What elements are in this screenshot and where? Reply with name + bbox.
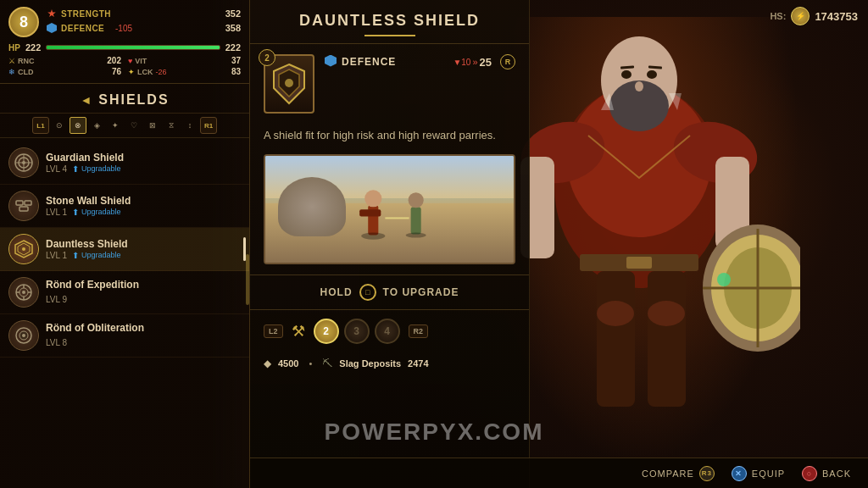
r3-label: R3	[702, 469, 712, 477]
rond-obliteration-icon	[8, 320, 39, 351]
cost-value-2: 2474	[408, 358, 428, 369]
tab-icon-8[interactable]: ↕	[181, 117, 198, 134]
level-btn-4[interactable]: 4	[375, 319, 400, 344]
equip-label: EQUIP	[752, 469, 785, 479]
tab-icon-4[interactable]: ✦	[107, 117, 124, 134]
cost-icon-1: ◆	[264, 358, 271, 369]
level-btn-3[interactable]: 3	[344, 319, 370, 344]
preview-scene	[265, 156, 514, 263]
back-action[interactable]: ○ BACK	[802, 466, 851, 481]
svg-point-54	[361, 233, 385, 240]
tab-icon-2[interactable]: ⊗	[70, 117, 86, 134]
level-btn-2[interactable]: 2	[314, 319, 339, 344]
hs-label: HS:	[770, 11, 786, 21]
svg-point-7	[647, 70, 657, 79]
dauntless-shield-icon	[8, 234, 39, 264]
compare-r3-btn[interactable]: R3	[699, 466, 715, 481]
item-shield-svg	[272, 63, 306, 105]
hp-current: 222	[25, 42, 41, 53]
equip-cross-btn[interactable]: ✕	[732, 466, 747, 481]
svg-rect-32	[19, 207, 28, 211]
defence-change: -105	[115, 24, 132, 33]
lck-label: LCK	[137, 68, 153, 76]
tab-icon-5[interactable]: ♡	[125, 117, 142, 134]
equip-action[interactable]: ✕ EQUIP	[732, 466, 785, 481]
svg-point-35	[22, 247, 25, 251]
shields-arrow[interactable]: ◄	[80, 93, 92, 107]
stat-change-arrow: ▼10	[453, 58, 470, 67]
lck-row: ✦ LCK -26 83	[128, 67, 241, 76]
svg-point-24	[717, 273, 731, 286]
stonewall-shield-name: Stone Wall Shield	[46, 195, 241, 207]
rond-obliteration-info: Rönd of Obliteration LVL 8	[46, 322, 241, 349]
vit-value: 37	[231, 56, 241, 65]
strength-row: STRENGTH 352	[46, 8, 241, 19]
upgrade-bar: HOLD □ TO UPGRADE	[250, 274, 529, 310]
rond-expedition-icon	[8, 277, 39, 308]
defence-value: 358	[225, 23, 241, 33]
r-badge: R	[500, 54, 515, 69]
vit-icon: ♥	[128, 57, 132, 65]
rnc-row: ⚔ RNC 202	[8, 56, 121, 65]
hp-label: HP	[8, 43, 20, 53]
l1-btn[interactable]: L1	[32, 117, 49, 134]
cld-value: 76	[112, 67, 121, 76]
item-defence-icon	[325, 55, 337, 69]
tab-icon-6[interactable]: ⊠	[144, 117, 161, 134]
l2-btn[interactable]: L2	[264, 324, 283, 338]
shield-item-rond-expedition[interactable]: Rönd of Expedition LVL 9	[0, 271, 249, 314]
tab-icon-7[interactable]: ⧖	[163, 117, 180, 134]
strength-value: 352	[225, 8, 241, 19]
strength-label: STRENGTH	[61, 9, 112, 19]
rnc-icon: ⚔	[8, 57, 15, 65]
hold-btn[interactable]: □	[359, 284, 376, 301]
shields-header: ◄ SHIELDS	[0, 84, 249, 114]
hp-bar-area: HP 222 222	[8, 42, 241, 53]
preview-image	[264, 154, 515, 264]
item-title: DAUNTLESS SHIELD	[267, 12, 512, 30]
svg-point-16	[648, 301, 685, 326]
rond-obliteration-name: Rönd of Obliteration	[46, 322, 241, 334]
back-label: BACK	[822, 469, 851, 479]
guardian-shield-name: Guardian Shield	[46, 152, 241, 164]
svg-point-29	[22, 161, 25, 164]
shield-item-rond-obliteration[interactable]: Rönd of Obliteration LVL 8	[0, 314, 249, 358]
defence-label: DEFENCE	[61, 24, 112, 33]
svg-point-38	[22, 291, 25, 294]
cost-label: Slag Deposits	[339, 358, 401, 369]
rnc-label: RNC	[18, 57, 35, 65]
lck-change: -26	[156, 68, 167, 76]
back-circle-btn[interactable]: ○	[802, 466, 817, 481]
svg-point-55	[405, 233, 426, 238]
svg-point-15	[597, 301, 634, 326]
svg-rect-12	[626, 257, 652, 269]
guardian-shield-info: Guardian Shield LVL 4 ⬆ Upgradable	[46, 152, 241, 174]
title-underline	[364, 35, 415, 36]
cld-icon: ❄	[8, 68, 15, 76]
cld-row: ❄ CLD 76	[8, 67, 121, 76]
preview-combat-svg	[315, 171, 489, 257]
tab-icon-1[interactable]: ⊙	[51, 117, 68, 134]
shield-item-dauntless[interactable]: Dauntless Shield LVL 1 ⬆ Upgradable	[0, 228, 249, 271]
item-description: A shield fit for high risk and high rewa…	[250, 124, 529, 154]
svg-point-48	[285, 79, 293, 87]
tab-icon-3[interactable]: ◈	[88, 117, 105, 134]
defence-row: DEFENCE -105 358	[46, 22, 241, 34]
svg-rect-31	[25, 201, 31, 205]
vit-label: VIT	[135, 57, 147, 65]
rond-expedition-level: LVL 9	[46, 295, 67, 304]
guardian-shield-level: LVL 4	[46, 164, 67, 174]
shield-item-stonewall[interactable]: Stone Wall Shield LVL 1 ⬆ Upgradable	[0, 185, 249, 228]
lck-icon: ✦	[128, 68, 135, 76]
r1-btn[interactable]: R1	[200, 117, 217, 134]
tab-icons-bar: L1 ⊙ ⊗ ◈ ✦ ♡ ⊠ ⧖ ↕ R1	[0, 114, 249, 138]
svg-rect-13	[597, 271, 635, 407]
hs-display: HS: ⚡ 1743753	[770, 7, 858, 25]
r2-btn[interactable]: R2	[409, 324, 429, 338]
left-panel: 8 STRENGTH 352 DEFENCE -105 358	[0, 0, 250, 488]
hs-value: 1743753	[815, 10, 858, 23]
stonewall-shield-upgradable: ⬆ Upgradable	[72, 208, 121, 217]
shield-item-guardian[interactable]: Guardian Shield LVL 4 ⬆ Upgradable	[0, 141, 249, 185]
scroll-indicator	[246, 254, 249, 305]
item-stat-new: 25	[480, 56, 492, 69]
